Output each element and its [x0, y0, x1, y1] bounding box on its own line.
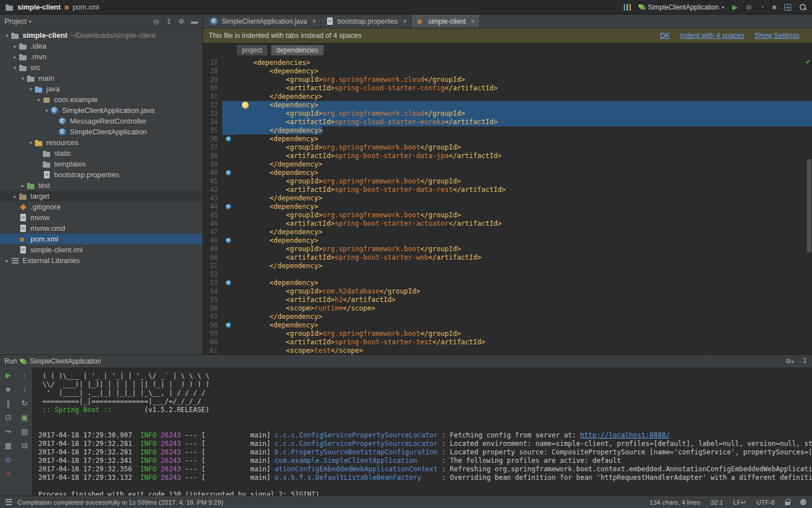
project-tree-item[interactable]: pom.xml [0, 234, 202, 244]
code-line[interactable]: 54 <groupId>com.h2database</groupId> [203, 287, 812, 296]
locate-icon[interactable]: ◎ [153, 17, 159, 25]
banner-action-link[interactable]: Indent with 4 spaces [680, 32, 744, 40]
code-line[interactable]: 52 [203, 270, 812, 279]
run-settings-gear-icon[interactable]: ⚙▾ [785, 357, 794, 365]
maven-dependency-icon[interactable] [226, 136, 231, 142]
code-line[interactable]: 29 <groupId>org.springframework.cloud</g… [203, 76, 812, 84]
navigate-down-button[interactable]: ↓ [20, 385, 29, 394]
console-button[interactable]: ▣ [20, 413, 29, 422]
tree-toggle-icon[interactable]: ▸ [11, 54, 19, 60]
code-line[interactable]: 35 </dependency> [203, 126, 812, 135]
close-button[interactable]: × [4, 470, 13, 479]
tab-close-icon[interactable]: × [403, 17, 407, 25]
line-ending-indicator[interactable]: LF↵ [733, 498, 746, 506]
code-line[interactable]: 33 <groupId>org.springframework.cloud</g… [203, 110, 812, 118]
stop-button[interactable]: ■ [772, 3, 776, 11]
code-line[interactable]: 47 </dependency> [203, 228, 812, 237]
editor-tab[interactable]: simple-client× [412, 15, 480, 28]
code-line[interactable]: 37 <groupId>org.springframework.boot</gr… [203, 143, 812, 152]
tree-toggle-icon[interactable]: ▸ [11, 43, 19, 49]
banner-action-link[interactable]: OK [660, 32, 670, 40]
code-line[interactable]: 49 <groupId>org.springframework.boot</gr… [203, 245, 812, 253]
print-button[interactable]: ▤ [20, 427, 29, 436]
lock-icon[interactable] [785, 499, 790, 506]
code-editor[interactable]: 27 <dependencies>28 <dependency>29 <grou… [203, 58, 812, 354]
project-tree-item[interactable]: mvnw.cmd [0, 223, 202, 234]
clear-button[interactable]: ⊟ [20, 441, 29, 450]
code-line[interactable]: 45 <groupId>org.springframework.boot</gr… [203, 211, 812, 220]
code-line[interactable]: 58 <dependency> [203, 321, 812, 330]
hide-icon[interactable]: ▬ [191, 17, 198, 25]
jump-to-source-button[interactable]: ↪ [4, 427, 13, 436]
code-line[interactable]: 34 <artifactId>spring-cloud-starter-eure… [203, 118, 812, 126]
console-output[interactable]: ( ( )\___ | '_ | '_| | '_ \/ _` | \ \ \ … [33, 367, 812, 496]
editor-tab[interactable]: bootstrap.properties× [321, 15, 412, 28]
tree-toggle-icon[interactable]: ▾ [43, 108, 50, 113]
settings-icon[interactable]: ⚙ [178, 17, 184, 25]
banner-action-link[interactable]: Show Settings [754, 32, 800, 40]
editor-tab[interactable]: SimpleClientApplication.java× [205, 15, 321, 28]
project-tree-item[interactable]: bootstrap.properties [0, 169, 202, 180]
project-tree-item[interactable]: ▾SimpleClientApplication.java [0, 105, 202, 116]
tree-toggle-icon[interactable]: ▸ [3, 258, 11, 264]
maven-dependency-icon[interactable] [226, 322, 231, 328]
rerun-button[interactable]: ▶ [4, 371, 13, 380]
project-tree-item[interactable]: ▾java [0, 84, 202, 94]
intention-bulb-icon[interactable] [242, 102, 249, 108]
run-panel-config-name[interactable]: SimpleClientApplication [30, 357, 101, 365]
project-tree-item[interactable]: static [0, 148, 202, 159]
code-line[interactable]: 30 <artifactId>spring-cloud-starter-conf… [203, 84, 812, 93]
run-configuration-selector[interactable]: SimpleClientApplication ▾ [639, 3, 725, 11]
project-tree-item[interactable]: .gitignore [0, 202, 202, 212]
coverage-button[interactable]: ⊚ [745, 3, 752, 11]
encoding-indicator[interactable]: UTF-8 [756, 499, 775, 506]
tree-toggle-icon[interactable]: ▾ [3, 33, 11, 38]
tool-windows-icon[interactable] [784, 4, 791, 11]
project-tree-item[interactable]: ▸External Libraries [0, 255, 202, 266]
collapse-all-icon[interactable]: ↥ [166, 17, 171, 25]
project-tree-item[interactable]: simple-client.iml [0, 244, 202, 255]
code-line[interactable]: 42 <artifactId>spring-boot-starter-data-… [203, 186, 812, 194]
code-line[interactable]: 40 <dependency> [203, 169, 812, 177]
vcs-widget-icon[interactable] [624, 4, 631, 11]
project-tree-item[interactable]: ▾com.example [0, 94, 202, 105]
project-tree-item[interactable]: ▸target [0, 191, 202, 202]
restart-console-button[interactable]: ↻ [20, 399, 29, 408]
layout-button[interactable]: ▦ [4, 441, 13, 450]
code-line[interactable]: 59 <groupId>org.springframework.boot</gr… [203, 330, 812, 338]
project-tree-item[interactable]: ▾simple-client ~/Downloads/simple-client [0, 30, 202, 41]
code-line[interactable]: 60 <artifactId>spring-boot-starter-test<… [203, 338, 812, 347]
code-line[interactable]: 39 </dependency> [203, 160, 812, 169]
code-line[interactable]: 28 <dependency> [203, 67, 812, 76]
tree-toggle-icon[interactable]: ▸ [11, 194, 19, 199]
project-tree-item[interactable]: ▾resources [0, 137, 202, 148]
tree-toggle-icon[interactable]: ▸ [19, 183, 27, 189]
breadcrumb-item[interactable]: dependencies [271, 45, 324, 55]
tab-close-icon[interactable]: × [312, 17, 316, 25]
code-line[interactable]: 51 </dependency> [203, 262, 812, 270]
project-tree-item[interactable]: ▾src [0, 62, 202, 73]
maven-dependency-icon[interactable] [226, 170, 231, 176]
profiler-button[interactable]: ◔ [760, 3, 764, 11]
pause-button[interactable]: ∥ [4, 399, 13, 408]
project-tree-item[interactable]: ▾main [0, 73, 202, 84]
monitor-button[interactable]: ⊡ [4, 413, 13, 422]
project-tree-item[interactable]: ▸.mvn [0, 51, 202, 62]
code-line[interactable]: 31 </dependency> [203, 93, 812, 101]
search-icon[interactable] [799, 3, 806, 11]
project-tree-item[interactable]: ▸.idea [0, 41, 202, 51]
pin-button[interactable]: ⊙ [4, 456, 13, 465]
project-panel-title[interactable]: Project [5, 17, 27, 25]
code-line[interactable]: 43 </dependency> [203, 194, 812, 203]
code-line[interactable]: 36 <dependency> [203, 135, 812, 143]
maven-dependency-icon[interactable] [226, 238, 231, 243]
tree-toggle-icon[interactable]: ▾ [19, 76, 27, 81]
chevron-down-icon[interactable]: ▾ [29, 19, 32, 24]
tree-toggle-icon[interactable]: ▾ [11, 65, 19, 71]
code-line[interactable]: 53 <dependency> [203, 279, 812, 287]
code-line[interactable]: 38 <artifactId>spring-boot-starter-data-… [203, 152, 812, 160]
editor-scrollbar[interactable] [807, 159, 811, 252]
code-line[interactable]: 44 <dependency> [203, 203, 812, 211]
tree-toggle-icon[interactable]: ▾ [35, 97, 42, 103]
code-line[interactable]: 55 <artifactId>h2</artifactId> [203, 296, 812, 304]
